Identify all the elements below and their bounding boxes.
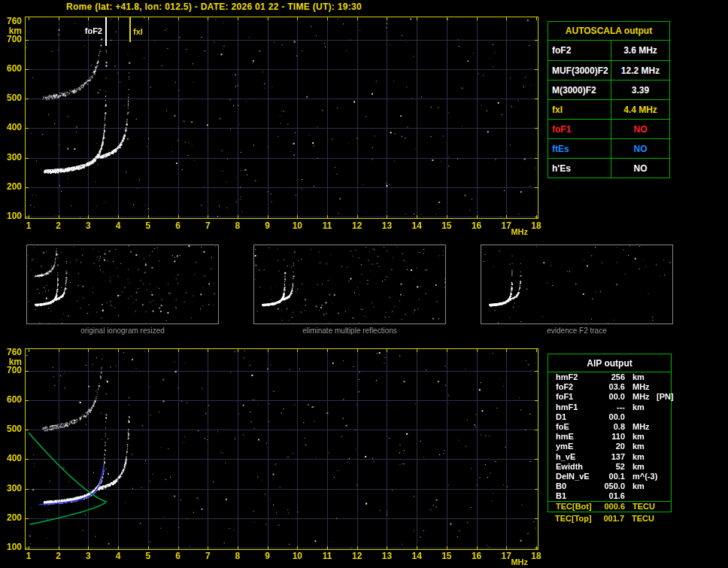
aip-row: ymE20km bbox=[548, 442, 671, 451]
aip-row: foE0.8MHz bbox=[548, 422, 671, 432]
x-tick-label: 8 bbox=[229, 221, 247, 231]
aip-row: B101.6 bbox=[548, 491, 671, 501]
x-tick-label: 3 bbox=[79, 221, 97, 231]
aip-row: D100.0 bbox=[548, 412, 671, 422]
x-tick-label: 2 bbox=[50, 551, 68, 561]
autoscala-row-value: NO bbox=[611, 139, 669, 159]
aip-row-unit: MHz bbox=[625, 392, 652, 402]
aip-row-unit: TECU bbox=[625, 502, 652, 512]
aip-row-unit: km bbox=[625, 432, 652, 442]
autoscala-output-table: AUTOSCALA output foF23.6 MHzMUF(3000)F21… bbox=[548, 21, 670, 178]
y-tick-label: 500 bbox=[0, 424, 22, 434]
y-tick-label: 200 bbox=[0, 513, 22, 523]
aip-table-body: hmF2256kmfoF203.6MHzfoF100.0MHz[PN]hmF1-… bbox=[548, 372, 671, 512]
autoscala-row: MUF(3000)F212.2 MHz bbox=[548, 60, 669, 80]
x-tick-label: 16 bbox=[468, 551, 486, 561]
y-tick-label: 600 bbox=[0, 395, 22, 405]
thumbnail-canvas-eliminate-multiples bbox=[254, 245, 445, 323]
aip-row-value: 001.7 bbox=[597, 514, 624, 524]
autoscala-row-value: NO bbox=[611, 159, 669, 178]
aip-row-unit: m^(-3) bbox=[625, 472, 652, 481]
y-tick-label: 600 bbox=[0, 64, 22, 74]
aip-row-value: 52 bbox=[598, 462, 625, 472]
y-tick-label: 500 bbox=[0, 93, 22, 103]
page-title: Rome (lat: +41.8, lon: 012.5) - DATE: 20… bbox=[66, 2, 362, 12]
aip-row-extra bbox=[652, 472, 671, 481]
y-tick-label: 400 bbox=[0, 123, 22, 132]
aip-row-label: TEC[Top] bbox=[555, 514, 597, 524]
aip-row-unit bbox=[625, 491, 652, 501]
aip-row-value: 256 bbox=[598, 372, 625, 382]
aip-row-extra bbox=[651, 514, 672, 524]
x-tick-label: 4 bbox=[109, 221, 127, 231]
x-tick-label: 10 bbox=[288, 551, 306, 561]
y-tick-label: 700 bbox=[0, 366, 22, 375]
aip-row: TEC[Bot]000.6TECU bbox=[548, 501, 671, 511]
autoscala-row: ftEsNO bbox=[548, 138, 669, 158]
x-tick-label: 12 bbox=[348, 221, 366, 231]
autoscala-row-value: NO bbox=[611, 120, 669, 139]
thumbnail-canvas-original bbox=[27, 245, 218, 323]
ionogram-plot-bottom bbox=[25, 348, 538, 550]
autoscala-row-label: h'Es bbox=[548, 159, 611, 178]
thumbnail-evidence-f2-trace bbox=[481, 245, 673, 324]
aip-row: foF203.6MHz bbox=[548, 382, 671, 392]
autoscala-row: M(3000)F23.39 bbox=[548, 80, 669, 99]
x-tick-label: 18 bbox=[527, 551, 545, 561]
aip-row-label: foF2 bbox=[556, 382, 598, 392]
aip-row-label: D1 bbox=[556, 412, 598, 422]
aip-row-unit: MHz bbox=[625, 382, 652, 392]
ionogram-canvas-top bbox=[26, 17, 538, 218]
y-tick-label: 300 bbox=[0, 484, 22, 494]
x-tick-label: 9 bbox=[259, 551, 277, 561]
y-axis-unit: km bbox=[0, 26, 22, 36]
aip-row-extra bbox=[652, 402, 671, 412]
aip-row-label: foE bbox=[556, 422, 598, 432]
ionogram-plot-top: foF2 fxI bbox=[25, 17, 538, 219]
y-tick-label: 700 bbox=[0, 35, 22, 44]
fxi-marker-label: fxI bbox=[133, 27, 143, 36]
aip-row-extra bbox=[652, 481, 671, 491]
x-tick-label: 3 bbox=[79, 551, 97, 561]
autoscala-table-body: foF23.6 MHzMUF(3000)F212.2 MHzM(3000)F23… bbox=[548, 41, 669, 178]
autoscala-row-label: MUF(3000)F2 bbox=[548, 61, 611, 80]
aip-row: foF100.0MHz[PN] bbox=[548, 392, 671, 402]
aip-row: B0050.0km bbox=[548, 481, 671, 491]
thumbnail-eliminate-multiples bbox=[253, 245, 446, 324]
fof2-marker-label: foF2 bbox=[77, 26, 102, 35]
aip-row-extra bbox=[652, 422, 671, 432]
y-tick-label: 400 bbox=[0, 454, 22, 463]
aip-row-value: 00.0 bbox=[598, 392, 625, 402]
x-tick-label: 14 bbox=[408, 551, 426, 561]
aip-row-label: hmE bbox=[556, 432, 598, 442]
x-tick-label: 1 bbox=[20, 551, 38, 561]
aip-row-extra bbox=[652, 432, 671, 442]
y-tick-label: 100 bbox=[0, 211, 22, 221]
aip-output-table: AIP output hmF2256kmfoF203.6MHzfoF100.0M… bbox=[548, 354, 672, 512]
ionogram-canvas-bottom bbox=[26, 349, 538, 549]
aip-row-unit: TECU bbox=[624, 514, 651, 524]
aip-row-unit bbox=[625, 412, 652, 422]
x-tick-label: 14 bbox=[408, 221, 426, 231]
x-tick-label: 6 bbox=[169, 221, 187, 231]
x-tick-label: 1 bbox=[20, 221, 38, 231]
aip-row-extra: [PN] bbox=[652, 392, 674, 402]
y-tick-label: 760 bbox=[0, 348, 22, 357]
autoscala-table-header: AUTOSCALA output bbox=[548, 22, 669, 41]
y-tick-label: 200 bbox=[0, 182, 22, 192]
aip-row-label: hmF1 bbox=[556, 402, 598, 412]
aip-row-label: Ewidth bbox=[556, 462, 598, 472]
autoscala-row-value: 12.2 MHz bbox=[611, 61, 669, 80]
x-tick-label: 7 bbox=[199, 221, 217, 231]
x-tick-label: 4 bbox=[109, 551, 127, 561]
autoscala-row-label: foF2 bbox=[548, 41, 611, 60]
x-tick-label: 12 bbox=[348, 551, 366, 561]
aip-row-value: 050.0 bbox=[598, 481, 625, 491]
x-tick-label: 16 bbox=[468, 221, 486, 231]
aip-row-label: DelN_vE bbox=[556, 472, 598, 481]
y-tick-label: 100 bbox=[0, 542, 22, 552]
autoscala-row: foF1NO bbox=[548, 119, 669, 138]
x-tick-label: 15 bbox=[438, 221, 456, 231]
autoscala-row: fxI4.4 MHz bbox=[548, 99, 669, 119]
autoscala-row-label: foF1 bbox=[548, 120, 611, 139]
